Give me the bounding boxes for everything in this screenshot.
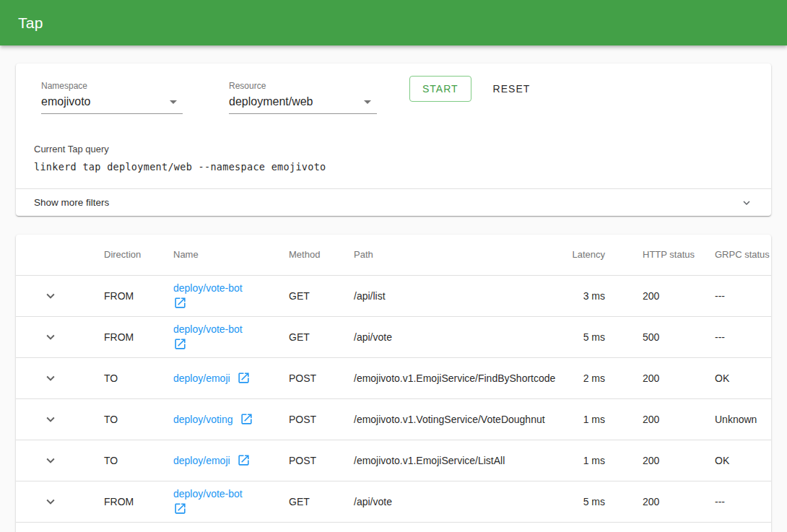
resource-link[interactable]: deploy/vote-bot [173,282,243,294]
grpc-status-cell: --- [696,316,771,357]
name-cell: deploy/vote-bot [155,481,270,522]
grpc-status-cell: OK [696,357,771,398]
latency-cell: 1 ms [559,440,624,481]
show-more-filters-label: Show more filters [34,197,109,208]
direction-cell: TO [85,398,155,440]
resource-link[interactable]: deploy/voting [173,414,233,425]
resource-link[interactable]: deploy/emoji [173,455,230,466]
expand-row-button[interactable] [40,409,61,430]
open-in-new-icon[interactable] [237,453,251,467]
header-http-status: HTTP status [624,235,696,275]
chevron-down-icon [43,288,58,304]
path-cell: /emojivoto.v1.EmojiService/FindByShortco… [335,357,559,398]
current-tap-query: Current Tap query linkerd tap deployment… [34,144,753,188]
chevron-down-icon [43,494,58,510]
tap-results-table: Direction Name Method Path Latency HTTP … [16,235,771,523]
direction-cell: FROM [85,316,155,357]
name-cell: deploy/vote-bot [155,316,270,357]
expand-row-button[interactable] [40,450,61,471]
resource-select[interactable]: Resource deployment/web [229,81,377,114]
http-status-cell: 200 [624,357,696,398]
http-status-cell: 500 [624,316,696,357]
table-row: FROM deploy/vote-bot GET /api/vote 5 ms … [16,316,771,357]
expand-row-button[interactable] [40,285,61,307]
path-cell: /api/vote [335,316,559,357]
http-status-cell: 200 [624,481,696,522]
chevron-down-icon[interactable] [740,196,753,209]
open-in-new-icon[interactable] [240,412,253,426]
resource-link[interactable]: deploy/vote-bot [173,488,243,500]
app-bar: Tap [0,0,787,45]
expand-row-button[interactable] [40,326,61,348]
header-expand [16,235,85,275]
resource-select-control[interactable]: deployment/web [229,95,377,114]
caret-down-icon [364,100,371,104]
header-latency: Latency [559,235,624,275]
open-in-new-icon[interactable] [173,296,187,310]
chevron-down-icon [43,370,58,386]
namespace-select-control[interactable]: emojivoto [41,95,183,114]
open-in-new-icon[interactable] [173,502,187,515]
open-in-new-icon[interactable] [237,371,251,385]
header-name: Name [155,235,270,275]
chevron-down-icon [43,329,58,345]
header-path: Path [335,235,559,275]
header-grpc-status: GRPC status [696,235,771,275]
latency-cell: 5 ms [559,481,624,522]
grpc-status-cell: --- [696,481,771,522]
method-cell: GET [270,316,335,357]
query-command: linkerd tap deployment/web --namespace e… [34,161,753,173]
http-status-cell: 200 [624,398,696,440]
direction-cell: TO [85,440,155,481]
method-cell: POST [270,440,335,481]
name-cell: deploy/emoji [155,357,270,398]
table-row: FROM deploy/vote-bot GET /api/vote 5 ms … [16,481,771,522]
header-direction: Direction [85,235,155,275]
namespace-select-label: Namespace [41,81,183,91]
method-cell: GET [270,275,335,316]
query-label: Current Tap query [34,144,753,154]
main-content: Namespace emojivoto Resource deployment/… [0,64,787,532]
caret-down-icon [170,100,177,104]
show-more-filters-toggle[interactable]: Show more filters [16,188,771,216]
table-row: TO deploy/voting POST /emojivoto.v1.Voti… [16,398,771,440]
grpc-status-cell: OK [696,440,771,481]
chevron-down-icon [43,411,58,427]
latency-cell: 3 ms [559,275,624,316]
method-cell: POST [270,357,335,398]
http-status-cell: 200 [624,275,696,316]
expand-row-button[interactable] [40,367,61,389]
resource-select-value: deployment/web [229,95,313,108]
path-cell: /emojivoto.v1.EmojiService/ListAll [335,440,559,481]
open-in-new-icon[interactable] [173,337,187,351]
table-row: FROM deploy/vote-bot GET /api/list 3 ms … [16,275,771,316]
resource-link[interactable]: deploy/emoji [173,372,230,384]
grpc-status-cell: --- [696,275,771,316]
direction-cell: TO [85,357,155,398]
start-button[interactable]: START [409,76,471,102]
table-row: TO deploy/emoji POST /emojivoto.v1.Emoji… [16,440,771,481]
reset-button[interactable]: RESET [487,77,536,100]
resource-link[interactable]: deploy/vote-bot [173,323,243,335]
latency-cell: 2 ms [559,357,624,398]
tap-results-card: Direction Name Method Path Latency HTTP … [16,235,771,532]
direction-cell: FROM [85,275,155,316]
latency-cell: 1 ms [559,398,624,440]
table-bottom-spacer [16,523,771,532]
latency-cell: 5 ms [559,316,624,357]
path-cell: /api/vote [335,481,559,522]
namespace-select-value: emojivoto [41,95,90,108]
table-row: TO deploy/emoji POST /emojivoto.v1.Emoji… [16,357,771,398]
http-status-cell: 200 [624,440,696,481]
name-cell: deploy/voting [155,398,270,440]
direction-cell: FROM [85,481,155,522]
method-cell: GET [270,481,335,522]
name-cell: deploy/emoji [155,440,270,481]
chevron-down-icon [43,453,58,468]
page-title: Tap [18,14,43,32]
name-cell: deploy/vote-bot [155,275,270,316]
expand-row-button[interactable] [40,491,61,513]
path-cell: /api/list [335,275,559,316]
namespace-select[interactable]: Namespace emojivoto [41,81,183,114]
method-cell: POST [270,398,335,440]
